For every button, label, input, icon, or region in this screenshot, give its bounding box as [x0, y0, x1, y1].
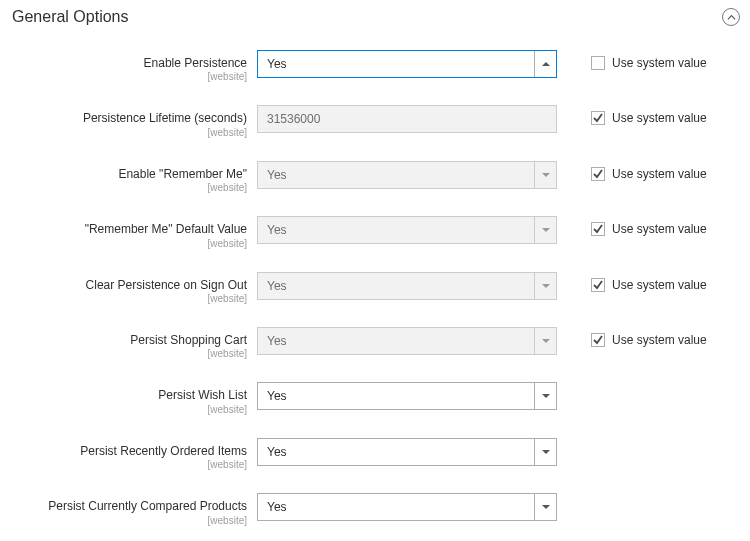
field-row-persist-compared: Persist Currently Compared Products[webs… [12, 493, 740, 526]
select-value: Yes [267, 500, 287, 514]
select-value: Yes [267, 168, 287, 182]
field-scope: [website] [12, 515, 247, 527]
field-label-col: Persist Shopping Cart[website] [12, 327, 257, 360]
field-label-col: Persist Wish List[website] [12, 382, 257, 415]
field-scope: [website] [12, 459, 247, 471]
select-value: Yes [267, 445, 287, 459]
field-label: Enable "Remember Me" [12, 167, 247, 181]
chevron-down-icon [534, 51, 556, 77]
field-row-persist-recently-ordered: Persist Recently Ordered Items[website]Y… [12, 438, 740, 471]
use-system-label: Use system value [612, 56, 707, 70]
use-system-label: Use system value [612, 167, 707, 181]
field-label: Enable Persistence [12, 56, 247, 70]
section-title: General Options [12, 8, 129, 26]
select-value: Yes [267, 223, 287, 237]
select-value: Yes [267, 279, 287, 293]
field-control-col: Yes [257, 493, 557, 521]
field-scope: [website] [12, 71, 247, 83]
field-control-col: Yes [257, 216, 557, 244]
field-control-col: 31536000 [257, 105, 557, 133]
enable-persistence-select[interactable]: Yes [257, 50, 557, 78]
field-scope: [website] [12, 238, 247, 250]
remember-me-default-select: Yes [257, 216, 557, 244]
use-system-label: Use system value [612, 278, 707, 292]
lifetime-input: 31536000 [257, 105, 557, 133]
persist-cart-select: Yes [257, 327, 557, 355]
use-system-col: Use system value [557, 161, 707, 181]
field-scope: [website] [12, 127, 247, 139]
use-system-checkbox[interactable] [591, 56, 605, 70]
persist-compared-select[interactable]: Yes [257, 493, 557, 521]
field-scope: [website] [12, 293, 247, 305]
field-label-col: Persist Currently Compared Products[webs… [12, 493, 257, 526]
use-system-label: Use system value [612, 111, 707, 125]
persist-wishlist-select[interactable]: Yes [257, 382, 557, 410]
use-system-label: Use system value [612, 222, 707, 236]
field-row-persist-wishlist: Persist Wish List[website]Yes [12, 382, 740, 415]
field-row-persist-cart: Persist Shopping Cart[website]YesUse sys… [12, 327, 740, 360]
chevron-down-icon [534, 162, 556, 188]
field-label-col: Clear Persistence on Sign Out[website] [12, 272, 257, 305]
use-system-col: Use system value [557, 327, 707, 347]
section-header: General Options [12, 8, 740, 26]
field-scope: [website] [12, 348, 247, 360]
field-label-col: Enable Persistence[website] [12, 50, 257, 83]
field-scope: [website] [12, 182, 247, 194]
field-label-col: Persist Recently Ordered Items[website] [12, 438, 257, 471]
use-system-checkbox[interactable] [591, 167, 605, 181]
use-system-col: Use system value [557, 272, 707, 292]
use-system-checkbox[interactable] [591, 278, 605, 292]
use-system-col: Use system value [557, 216, 707, 236]
field-row-remember-me-default: "Remember Me" Default Value[website]YesU… [12, 216, 740, 249]
general-options-form: Enable Persistence[website]YesUse system… [12, 50, 740, 541]
field-label: Persist Wish List [12, 388, 247, 402]
field-control-col: Yes [257, 438, 557, 466]
use-system-checkbox[interactable] [591, 111, 605, 125]
field-control-col: Yes [257, 382, 557, 410]
use-system-col: Use system value [557, 50, 707, 70]
use-system-checkbox[interactable] [591, 333, 605, 347]
select-value: Yes [267, 334, 287, 348]
chevron-down-icon [534, 439, 556, 465]
field-label-col: Persistence Lifetime (seconds)[website] [12, 105, 257, 138]
use-system-label: Use system value [612, 333, 707, 347]
chevron-down-icon [534, 217, 556, 243]
field-row-enable-persistence: Enable Persistence[website]YesUse system… [12, 50, 740, 83]
use-system-checkbox[interactable] [591, 222, 605, 236]
select-value: Yes [267, 389, 287, 403]
chevron-down-icon [534, 328, 556, 354]
field-row-clear-on-signout: Clear Persistence on Sign Out[website]Ye… [12, 272, 740, 305]
field-label: Persistence Lifetime (seconds) [12, 111, 247, 125]
persist-recently-ordered-select[interactable]: Yes [257, 438, 557, 466]
field-control-col: Yes [257, 272, 557, 300]
field-label: Persist Currently Compared Products [12, 499, 247, 513]
collapse-icon[interactable] [722, 8, 740, 26]
field-label: Persist Recently Ordered Items [12, 444, 247, 458]
field-label-col: Enable "Remember Me"[website] [12, 161, 257, 194]
field-scope: [website] [12, 404, 247, 416]
chevron-down-icon [534, 273, 556, 299]
field-label: "Remember Me" Default Value [12, 222, 247, 236]
remember-me-select: Yes [257, 161, 557, 189]
clear-on-signout-select: Yes [257, 272, 557, 300]
field-label: Persist Shopping Cart [12, 333, 247, 347]
field-control-col: Yes [257, 327, 557, 355]
field-label-col: "Remember Me" Default Value[website] [12, 216, 257, 249]
use-system-col: Use system value [557, 105, 707, 125]
field-label: Clear Persistence on Sign Out [12, 278, 247, 292]
field-row-lifetime: Persistence Lifetime (seconds)[website]3… [12, 105, 740, 138]
chevron-down-icon [534, 383, 556, 409]
field-row-remember-me: Enable "Remember Me"[website]YesUse syst… [12, 161, 740, 194]
chevron-down-icon [534, 494, 556, 520]
field-control-col: Yes [257, 50, 557, 78]
select-value: Yes [267, 57, 287, 71]
field-control-col: Yes [257, 161, 557, 189]
